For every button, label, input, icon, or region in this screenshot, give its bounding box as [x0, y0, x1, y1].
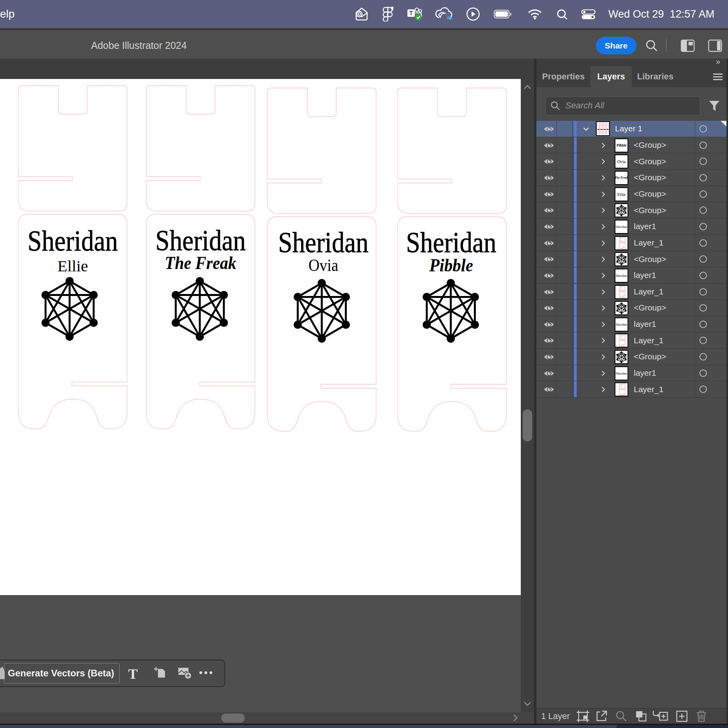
svg-text:Sheridan: Sheridan [406, 227, 497, 258]
svg-text:Ellie: Ellie [57, 257, 88, 275]
svg-text:Sheridan: Sheridan [278, 227, 369, 258]
svg-text:Sheridan: Sheridan [156, 225, 246, 256]
svg-text:The Freak: The Freak [165, 253, 237, 273]
svg-text:Ovia: Ovia [308, 255, 338, 275]
svg-text:Pibble: Pibble [429, 255, 473, 275]
svg-text:Sheridan: Sheridan [28, 225, 118, 257]
